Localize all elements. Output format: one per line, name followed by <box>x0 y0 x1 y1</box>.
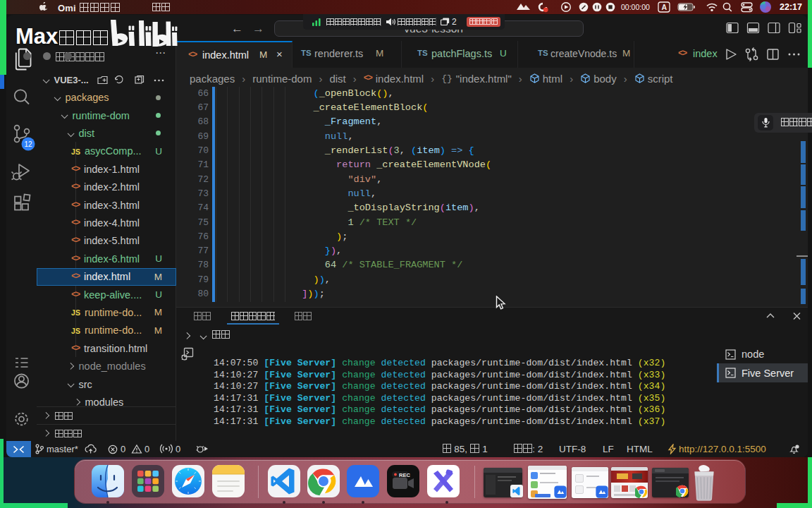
svg-text:REC: REC <box>399 472 410 478</box>
svg-text:A: A <box>662 3 668 11</box>
svg-text:12: 12 <box>25 140 33 148</box>
svg-text:22:17: 22:17 <box>780 2 802 12</box>
svg-text:00:00:00: 00:00:00 <box>621 3 650 11</box>
